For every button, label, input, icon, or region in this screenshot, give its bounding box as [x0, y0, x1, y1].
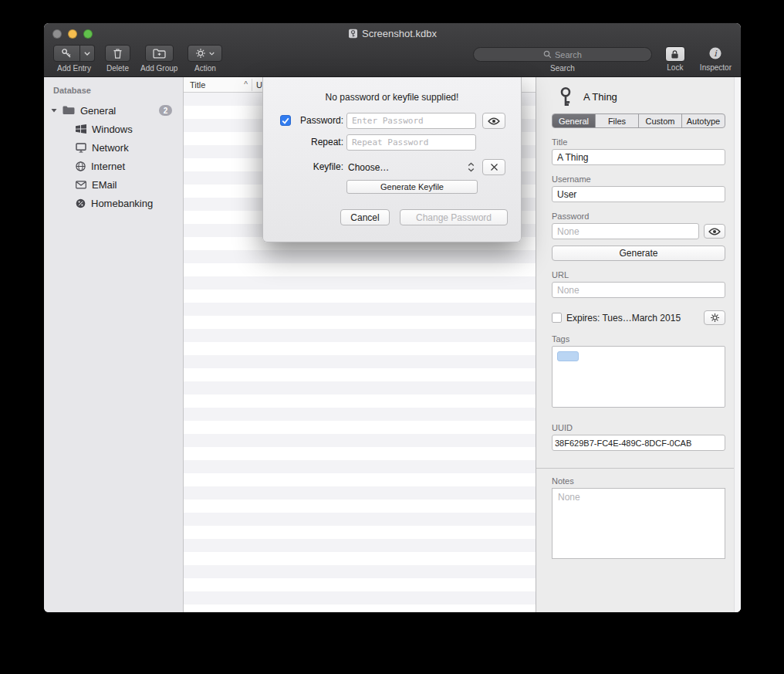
- keyfile-popup[interactable]: Choose…: [346, 159, 476, 175]
- close-button[interactable]: [52, 29, 62, 39]
- search-input[interactable]: Search: [473, 47, 652, 62]
- url-field[interactable]: [552, 282, 725, 298]
- inspector-tabs: General Files Custom Autotype: [552, 113, 725, 128]
- add-entry-label: Add Entry: [57, 64, 91, 73]
- generate-password-button[interactable]: Generate: [552, 246, 725, 261]
- display-icon: [76, 143, 86, 153]
- zoom-button[interactable]: [83, 29, 93, 39]
- scrollbar[interactable]: [734, 77, 741, 612]
- sidebar-item-label: General: [80, 105, 116, 117]
- toolbar: Add Entry Delete Add Group Action: [44, 44, 741, 73]
- sort-indicator: ^: [244, 80, 248, 89]
- app-window: Screenshot.kdbx Add Entry D: [44, 23, 741, 612]
- notes-field[interactable]: None: [552, 488, 725, 559]
- folder-icon: [63, 106, 75, 115]
- inspector-panel: A Thing General Files Custom Autotype Ti…: [536, 77, 741, 612]
- close-icon: [490, 163, 498, 171]
- sidebar-item-network[interactable]: Network: [44, 138, 183, 157]
- url-field-label: URL: [552, 270, 725, 279]
- sidebar-item-general[interactable]: General 2: [44, 101, 183, 120]
- dialog-repeat-input[interactable]: [346, 134, 476, 151]
- reveal-password-button[interactable]: [704, 224, 725, 239]
- tag-chip[interactable]: [557, 351, 579, 361]
- entry-title: A Thing: [583, 91, 617, 103]
- dialog-keyfile-label: Keyfile:: [286, 159, 343, 175]
- chevron-down-icon: [84, 52, 90, 56]
- gear-icon: [195, 48, 206, 59]
- minimize-button[interactable]: [68, 29, 77, 39]
- window-title: Screenshot.kdbx: [348, 28, 437, 39]
- search-label: Search: [550, 64, 575, 73]
- column-title-label: Title: [190, 80, 205, 90]
- info-icon: i: [708, 46, 722, 60]
- add-group-button[interactable]: [145, 45, 174, 62]
- expires-label: Expires: Tues…March 2015: [566, 313, 681, 323]
- dialog-repeat-label: Repeat:: [286, 134, 343, 151]
- folder-plus-icon: [153, 49, 166, 59]
- password-dialog: No password or keyfile supplied! Passwor…: [262, 77, 522, 242]
- tags-label: Tags: [552, 334, 725, 344]
- globe-icon: [76, 161, 86, 171]
- dialog-reveal-password-button[interactable]: [482, 113, 505, 129]
- dialog-message: No password or keyfile supplied!: [263, 92, 521, 103]
- column-header-username[interactable]: U: [252, 80, 262, 90]
- sidebar-item-internet[interactable]: Internet: [44, 157, 183, 175]
- sidebar-item-windows[interactable]: Windows: [44, 120, 183, 138]
- generate-keyfile-button[interactable]: Generate Keyfile: [346, 180, 478, 194]
- delete-button[interactable]: [105, 45, 130, 62]
- username-field[interactable]: [552, 186, 725, 202]
- change-password-button[interactable]: Change Password: [400, 209, 508, 225]
- dialog-password-label: Password:: [286, 113, 343, 129]
- tab-general[interactable]: General: [553, 114, 595, 127]
- add-group-toolbar-item: Add Group: [140, 45, 177, 73]
- sidebar-item-label: EMail: [92, 179, 117, 191]
- inspector-label: Inspector: [700, 63, 732, 72]
- coin-icon: [76, 198, 86, 208]
- dialog-password-input[interactable]: [346, 113, 476, 129]
- document-icon: [348, 29, 358, 39]
- disclosure-triangle-icon[interactable]: [50, 108, 57, 113]
- column-header-title[interactable]: Title ^: [184, 80, 252, 90]
- tags-box[interactable]: [552, 346, 725, 408]
- key-plus-icon: [61, 48, 73, 59]
- tab-autotype[interactable]: Autotype: [681, 114, 725, 127]
- title-field-label: Title: [552, 137, 725, 147]
- inspector-button[interactable]: i: [708, 46, 722, 62]
- expires-row: Expires: Tues…March 2015: [552, 310, 725, 325]
- eye-icon: [488, 117, 500, 125]
- window-chrome: Screenshot.kdbx Add Entry D: [44, 23, 741, 77]
- tab-files[interactable]: Files: [595, 114, 638, 127]
- traffic-lights: [52, 29, 93, 39]
- inspector-toolbar-item: i Inspector: [700, 46, 732, 72]
- sidebar-item-label: Internet: [91, 161, 125, 172]
- lock-label: Lock: [667, 63, 683, 72]
- group-count-badge: 2: [159, 105, 172, 116]
- action-button[interactable]: [188, 45, 222, 62]
- windows-icon: [76, 124, 86, 134]
- sidebar-item-homebanking[interactable]: Homebanking: [44, 194, 183, 212]
- titlebar[interactable]: Screenshot.kdbx: [44, 23, 741, 44]
- search-placeholder: Search: [555, 50, 582, 59]
- window-title-text: Screenshot.kdbx: [362, 28, 437, 39]
- cancel-button[interactable]: Cancel: [340, 209, 390, 225]
- lock-button[interactable]: [665, 46, 685, 62]
- title-field[interactable]: [552, 149, 725, 165]
- expires-settings-button[interactable]: [704, 310, 725, 325]
- notes-placeholder: None: [558, 492, 580, 503]
- uuid-field[interactable]: [552, 435, 725, 451]
- expires-checkbox[interactable]: [552, 313, 562, 323]
- clear-keyfile-button[interactable]: [482, 159, 505, 175]
- delete-toolbar-item: Delete: [105, 45, 130, 73]
- uuid-label: UUID: [552, 423, 725, 432]
- password-field-label: Password: [552, 212, 725, 221]
- add-entry-dropdown[interactable]: [80, 45, 95, 62]
- sidebar-item-email[interactable]: EMail: [44, 175, 183, 194]
- notes-label: Notes: [552, 476, 725, 486]
- sidebar-item-label: Homebanking: [91, 198, 153, 209]
- tab-custom[interactable]: Custom: [638, 114, 681, 127]
- sidebar-item-label: Network: [92, 142, 129, 154]
- add-entry-button[interactable]: [53, 45, 80, 62]
- password-field[interactable]: [552, 223, 699, 239]
- section-divider: [536, 468, 741, 469]
- trash-icon: [113, 48, 123, 59]
